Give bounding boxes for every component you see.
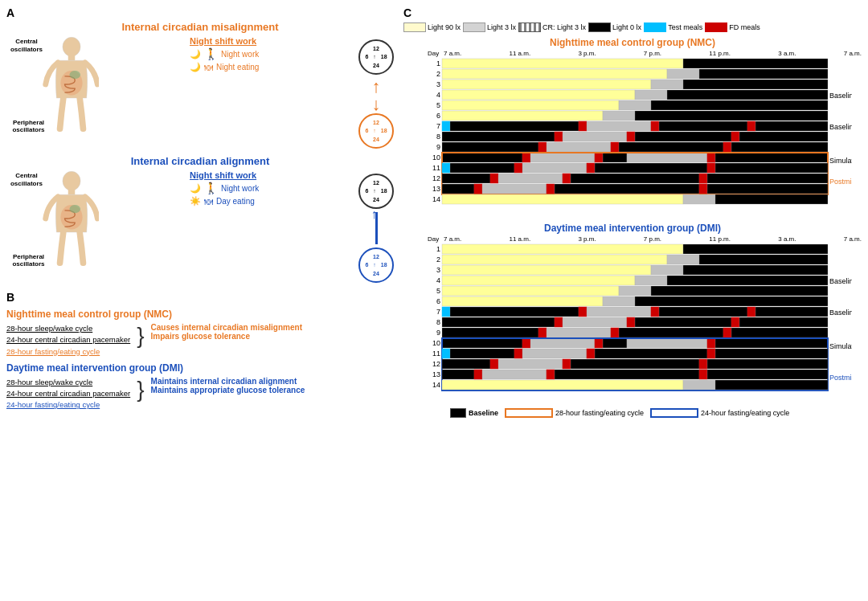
svg-text:Baseline (FD): Baseline (FD)	[829, 309, 852, 317]
svg-rect-85	[707, 174, 828, 183]
svg-rect-45	[563, 132, 627, 141]
svg-rect-146	[619, 328, 723, 337]
svg-text:11: 11	[432, 350, 440, 358]
svg-rect-76	[707, 163, 715, 173]
legend-fd-meals: FD meals	[729, 23, 760, 31]
time-3pm-nmc: 3 p.m.	[578, 50, 596, 57]
day-eating-label: Day eating	[216, 197, 255, 206]
svg-rect-167	[707, 349, 715, 358]
svg-rect-187	[442, 380, 683, 390]
svg-rect-36	[587, 121, 651, 131]
svg-rect-184	[707, 370, 828, 379]
food-icon-top: 🍽	[204, 63, 213, 72]
svg-text:4: 4	[436, 276, 440, 284]
svg-rect-174	[571, 359, 699, 369]
svg-rect-54	[611, 142, 619, 152]
svg-rect-172	[498, 359, 563, 369]
svg-rect-51	[442, 142, 538, 152]
svg-text:12: 12	[432, 360, 440, 368]
svg-point-0	[63, 37, 80, 56]
svg-rect-154	[603, 338, 627, 348]
time-7am2-nmc: 7 a.m.	[844, 50, 862, 57]
bottom-legend-24h: 24-hour fasting/eating cycle	[701, 409, 789, 417]
legend-cr-light3: CR: Light 3 lx	[542, 23, 586, 31]
svg-text:5: 5	[436, 101, 440, 109]
time-3am-nmc: 3 a.m.	[778, 50, 796, 57]
svg-rect-92	[555, 184, 699, 194]
svg-rect-9	[442, 59, 683, 68]
svg-rect-108	[651, 265, 683, 275]
svg-rect-82	[563, 174, 571, 183]
svg-rect-10	[683, 59, 828, 68]
svg-rect-37	[651, 121, 659, 131]
night-work-label-bottom: Night work	[221, 184, 259, 193]
svg-text:8: 8	[436, 133, 440, 141]
svg-rect-71	[450, 163, 514, 173]
svg-rect-131	[755, 307, 828, 317]
svg-rect-157	[715, 338, 828, 348]
svg-rect-161	[442, 349, 450, 358]
svg-rect-143	[538, 328, 547, 337]
svg-text:6: 6	[436, 297, 440, 305]
svg-rect-120	[442, 296, 603, 306]
night-shift-title-bottom: Night shift work	[190, 170, 349, 180]
central-oscillators-label-bottom: Centraloscillators	[6, 172, 47, 187]
svg-rect-125	[450, 307, 579, 317]
moon-icon-top: 🌙	[190, 49, 201, 59]
svg-text:1: 1	[436, 245, 440, 253]
svg-text:6: 6	[436, 112, 440, 120]
svg-text:Postmisalignment CR: Postmisalignment CR	[829, 178, 852, 186]
svg-rect-53	[547, 142, 611, 152]
time-7am2-dmi: 7 a.m.	[844, 235, 862, 243]
svg-rect-124	[442, 307, 450, 317]
dmi-schedule: Daytime meal intervention group (DMI) Da…	[403, 223, 862, 402]
section-c-label: C	[403, 6, 411, 19]
nmc-effect-1: Causes internal circadian misalignment	[151, 323, 302, 332]
svg-rect-48	[731, 132, 739, 141]
svg-rect-75	[595, 163, 707, 173]
night-work-label: Night work	[221, 50, 259, 59]
svg-rect-152	[530, 338, 595, 348]
svg-rect-43	[442, 132, 555, 141]
svg-rect-80	[490, 174, 498, 183]
clock-top-outer: 12 6↑18 24	[358, 39, 394, 75]
svg-rect-90	[482, 184, 547, 194]
moon-icon-eat: 🌙	[190, 62, 201, 72]
svg-rect-179	[474, 370, 482, 379]
nmc-time-day: Day	[428, 50, 444, 57]
svg-rect-136	[563, 317, 627, 327]
svg-point-7	[69, 205, 80, 213]
food-icon-bottom: 🍽	[204, 197, 213, 206]
svg-text:2: 2	[436, 256, 440, 264]
svg-rect-52	[538, 142, 547, 152]
svg-rect-73	[522, 163, 587, 173]
svg-rect-63	[603, 153, 627, 162]
svg-rect-183	[699, 370, 707, 379]
nmc-effect-2: Impairs glucose tolerance	[151, 332, 302, 341]
dmi-condition-3: 24-hour fasting/eating cycle	[6, 399, 130, 411]
svg-rect-27	[651, 100, 828, 110]
svg-rect-12	[442, 69, 667, 79]
svg-rect-62	[595, 153, 603, 162]
svg-text:Baseline CR: Baseline CR	[829, 277, 852, 285]
svg-rect-116	[442, 286, 619, 296]
svg-rect-173	[563, 359, 571, 369]
svg-rect-70	[442, 163, 450, 173]
svg-rect-151	[522, 338, 530, 348]
svg-rect-5	[68, 189, 76, 194]
svg-rect-139	[731, 317, 739, 327]
moon-icon-bottom: 🌙	[190, 183, 201, 194]
svg-text:7: 7	[436, 308, 440, 316]
clock-alignment-bottom: 12 6↑18 24	[358, 247, 394, 283]
svg-rect-38	[659, 121, 747, 131]
person-icon-top: 🚶	[204, 47, 218, 60]
svg-rect-117	[619, 286, 651, 296]
svg-rect-112	[635, 276, 667, 285]
svg-rect-144	[547, 328, 611, 337]
svg-rect-26	[619, 100, 651, 110]
clock-bottom-outer: 12 6↑18 24	[358, 113, 394, 149]
svg-rect-89	[474, 184, 482, 194]
svg-rect-74	[587, 163, 595, 173]
svg-rect-72	[514, 163, 522, 173]
central-oscillators-label-top: Centraloscillators	[6, 38, 47, 53]
